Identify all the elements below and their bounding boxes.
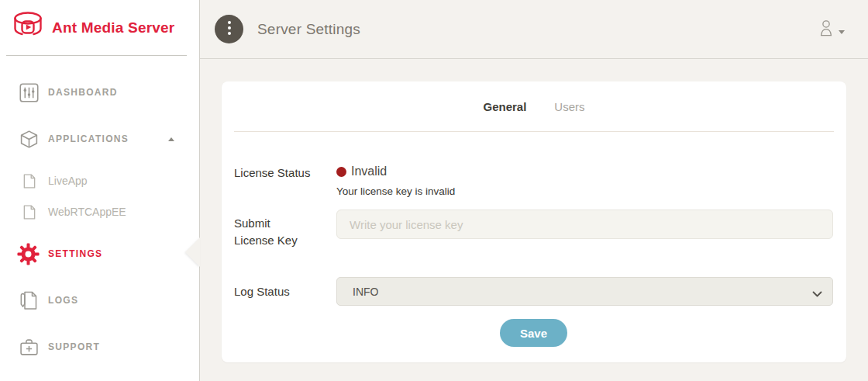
- chevron-down-icon: [839, 30, 845, 34]
- license-key-label: Submit License Key: [234, 210, 336, 249]
- gear-icon: [17, 243, 40, 265]
- sidebar-item-label: SUPPORT: [48, 341, 100, 352]
- log-status-row: Log Status INFO: [234, 277, 833, 306]
- document-icon: [23, 173, 36, 189]
- tab-bar: General Users: [234, 81, 834, 132]
- chevron-up-icon[interactable]: [168, 137, 174, 141]
- sidebar-item-logs[interactable]: LOGS: [0, 282, 199, 319]
- sidebar: Ant Media Server DASHBOARD: [0, 0, 200, 381]
- main-area: Server Settings General Users: [200, 0, 868, 381]
- status-invalid-dot-icon: [336, 167, 346, 177]
- license-status-row: License Status Invalid Your license key …: [234, 165, 833, 197]
- sidebar-item-label: WebRTCAppEE: [48, 206, 126, 218]
- sidebar-nav: DASHBOARD APPLICATIONS: [0, 56, 199, 365]
- license-status-message: Your license key is invalid: [336, 185, 833, 197]
- sidebar-item-settings[interactable]: SETTINGS: [0, 235, 199, 272]
- sidebar-item-applications[interactable]: APPLICATIONS: [0, 120, 199, 158]
- document-icon: [23, 204, 36, 220]
- topbar: Server Settings: [200, 0, 868, 59]
- sidebar-item-webrtcappee[interactable]: WebRTCAppEE: [0, 196, 199, 227]
- user-menu-button[interactable]: [818, 19, 845, 40]
- page-title: Server Settings: [257, 21, 360, 38]
- sidebar-item-liveapp[interactable]: LiveApp: [0, 165, 199, 196]
- sidebar-item-label: APPLICATIONS: [48, 133, 129, 144]
- sidebar-item-label: SETTINGS: [48, 248, 102, 259]
- settings-form: License Status Invalid Your license key …: [222, 165, 846, 347]
- dashboard-sliders-icon: [19, 82, 39, 102]
- support-case-icon: [19, 337, 39, 357]
- server-settings-card: General Users License Status Invalid You…: [222, 81, 846, 362]
- logs-document-icon: [19, 290, 39, 310]
- brand-title: Ant Media Server: [52, 19, 174, 36]
- content-area: General Users License Status Invalid You…: [200, 59, 868, 381]
- sidebar-item-dashboard[interactable]: DASHBOARD: [0, 74, 199, 111]
- ant-media-logo-icon: [11, 10, 45, 46]
- save-row: Save: [234, 319, 833, 347]
- license-key-input[interactable]: [336, 210, 833, 239]
- sidebar-item-label: LOGS: [48, 295, 78, 306]
- log-status-select[interactable]: INFO: [336, 277, 833, 306]
- brand-logo[interactable]: Ant Media Server: [0, 0, 199, 56]
- license-status-label: License Status: [234, 165, 336, 197]
- log-status-label: Log Status: [234, 283, 336, 300]
- license-status-value: Invalid: [351, 165, 387, 178]
- active-item-notch: [185, 237, 200, 267]
- tab-users[interactable]: Users: [554, 100, 584, 113]
- tab-general[interactable]: General: [483, 100, 526, 113]
- user-icon: [818, 19, 835, 40]
- save-button[interactable]: Save: [500, 319, 567, 347]
- applications-box-icon: [19, 129, 39, 149]
- menu-button[interactable]: [215, 15, 243, 43]
- sidebar-item-label: DASHBOARD: [48, 87, 118, 98]
- sidebar-item-label: LiveApp: [48, 175, 88, 187]
- vertical-dots-icon: [227, 20, 232, 39]
- app-window: Ant Media Server DASHBOARD: [0, 0, 868, 381]
- license-key-row: Submit License Key: [234, 210, 833, 249]
- sidebar-item-support[interactable]: SUPPORT: [0, 328, 199, 365]
